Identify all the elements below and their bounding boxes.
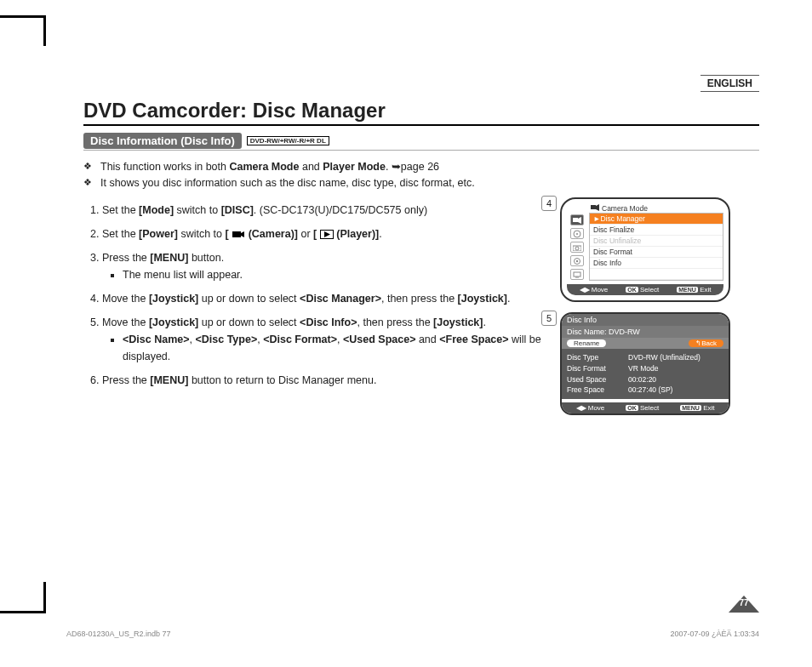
page-title: DVD Camcorder: Disc Manager xyxy=(83,99,759,126)
text: Move the xyxy=(102,316,149,328)
text: button to return to Disc Manager menu. xyxy=(188,374,376,386)
intro-block: ❖ This function works in both Camera Mod… xyxy=(83,159,759,191)
text: button. xyxy=(188,252,224,264)
step-5: Move the [Joystick] up or down to select… xyxy=(102,314,560,365)
info-value: 00:27:40 (SP) xyxy=(628,385,672,396)
text-bold: (Player)] xyxy=(336,228,379,240)
text-bold: [Mode] xyxy=(139,204,174,216)
menu-item-disc-info: Disc Info xyxy=(590,258,723,269)
step-2: Set the [Power] switch to [ (Camera)] or… xyxy=(102,225,560,242)
text: Exit xyxy=(700,286,711,294)
camera-icon xyxy=(570,242,584,253)
text-bold: <Disc Format> xyxy=(263,334,337,345)
svg-point-7 xyxy=(576,233,578,235)
text: or xyxy=(298,228,313,240)
section-header: Disc Information (Disc Info) DVD-RW/+RW/… xyxy=(83,133,759,151)
page-number: 77 xyxy=(729,598,759,607)
osd-title: Disc Info xyxy=(562,314,729,326)
crop-mark xyxy=(43,15,46,46)
step-3: Press the [MENU] button. The menu list w… xyxy=(102,249,560,283)
text: up or down to select xyxy=(198,293,300,305)
svg-marker-3 xyxy=(324,231,330,237)
text-bold: [Power] xyxy=(139,228,178,240)
page-number-badge: 77 xyxy=(729,596,759,613)
text-bold: [MENU] xyxy=(150,374,188,386)
menu-item-disc-manager: ►Disc Manager xyxy=(590,214,723,225)
osd-mode-label: Camera Mode xyxy=(602,204,648,213)
osd-footer: ◀▶ Move OK Select MENU Exit xyxy=(562,402,729,413)
text-bold: [MENU] xyxy=(150,252,188,264)
text-bold: [Joystick] xyxy=(433,316,483,328)
text: . ➥page 26 xyxy=(386,161,439,173)
menu-badge: MENU xyxy=(677,287,698,293)
text: Press the xyxy=(102,252,150,264)
select-hint: OK Select xyxy=(626,286,659,294)
text-bold: <Free Space> xyxy=(439,334,508,345)
text: and xyxy=(415,334,439,345)
text: and xyxy=(299,161,323,173)
text: , then press the xyxy=(381,293,458,305)
osd-disc-name: Disc Name: DVD-RW xyxy=(562,326,729,338)
info-key: Used Space xyxy=(567,374,616,385)
info-row: Disc TypeDVD-RW (Unfinalized) xyxy=(567,352,723,363)
camera-icon xyxy=(232,230,245,239)
text-bold: <Disc Info> xyxy=(300,316,357,328)
osd-screen-menu: Camera Mode ►Disc Manager Disc Finalize … xyxy=(560,197,730,302)
svg-marker-1 xyxy=(241,231,244,237)
text: Select xyxy=(640,404,659,412)
text: Select xyxy=(640,286,659,294)
text: , xyxy=(337,334,343,345)
text: . xyxy=(507,293,510,305)
text: Set the xyxy=(102,204,139,216)
menu-badge: MENU xyxy=(680,405,701,411)
text: up or down to select xyxy=(198,316,300,328)
bullet-icon: ❖ xyxy=(83,175,92,191)
text: Move xyxy=(588,404,605,412)
step-4: Move the [Joystick] up or down to select… xyxy=(102,290,560,307)
player-icon xyxy=(320,230,334,239)
menu-item-empty xyxy=(590,269,723,280)
step-3-sub: The menu list will appear. xyxy=(123,266,560,283)
figure-number: 5 xyxy=(541,311,557,326)
text: Set the xyxy=(102,228,139,240)
exit-hint: MENU Exit xyxy=(677,286,711,294)
intro-line-1: This function works in both Camera Mode … xyxy=(100,159,439,175)
text-bold: <Disc Type> xyxy=(195,334,257,345)
move-hint: ◀▶ Move xyxy=(580,286,609,294)
figure-5: 5 Disc Info Disc Name: DVD-RW Rename ↰Ba… xyxy=(560,312,759,415)
disc-icon xyxy=(570,228,584,239)
step-1: Set the [Mode] switch to [DISC]. (SC-DC1… xyxy=(102,202,560,219)
menu-item-disc-finalize: Disc Finalize xyxy=(590,225,723,236)
text-bold: <Disc Name> xyxy=(123,334,190,345)
info-row: Free Space00:27:40 (SP) xyxy=(567,385,723,396)
svg-rect-12 xyxy=(574,272,580,276)
svg-rect-4 xyxy=(573,218,578,222)
menu-item-disc-unfinalize: Disc Unfinalize xyxy=(590,236,723,247)
text: Move the xyxy=(102,293,149,305)
osd-footer: ◀▶ Move OK Select MENU Exit xyxy=(567,284,723,295)
text-bold: [DISC] xyxy=(221,204,254,216)
info-key: Disc Format xyxy=(567,363,616,374)
rename-button: Rename xyxy=(567,339,606,347)
text-bold: [Joystick] xyxy=(149,316,198,328)
ok-badge: OK xyxy=(626,287,638,293)
text: . (SC-DC173(U)/DC175/DC575 only) xyxy=(254,204,427,216)
ok-badge: OK xyxy=(626,405,638,411)
footer-left: AD68-01230A_US_R2.indb 77 xyxy=(66,630,171,638)
svg-rect-14 xyxy=(591,205,596,209)
text-bold: [ xyxy=(226,228,229,240)
svg-point-11 xyxy=(576,259,578,261)
bullet-icon: ❖ xyxy=(83,159,92,175)
info-value: VR Mode xyxy=(628,363,658,374)
info-key: Free Space xyxy=(567,385,616,396)
step-5-sub: <Disc Name>, <Disc Type>, <Disc Format>,… xyxy=(123,331,560,365)
display-icon xyxy=(570,269,584,280)
figure-number: 4 xyxy=(541,196,557,211)
back-button: ↰Back xyxy=(689,339,723,347)
text-bold: <Used Space> xyxy=(343,334,415,345)
section-label: Disc Information (Disc Info) xyxy=(83,133,242,149)
text-bold: (Camera)] xyxy=(249,228,298,240)
menu-item-label: Disc Manager xyxy=(600,214,644,223)
text: . xyxy=(483,316,485,328)
text-bold: Player Mode xyxy=(323,161,386,173)
